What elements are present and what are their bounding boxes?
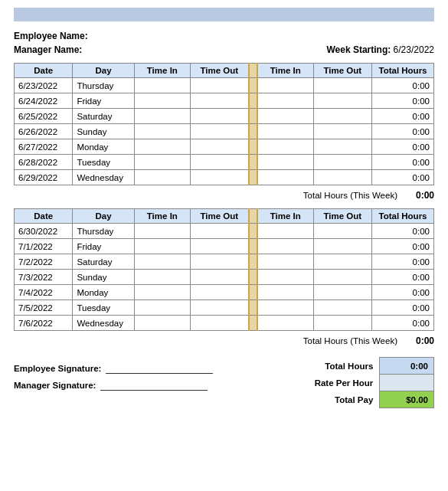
- summary-totalhours-value: 0:00: [380, 358, 434, 375]
- cell-timein: [134, 224, 190, 239]
- table-row: 6/29/2022 Wednesday 0:00: [15, 170, 434, 185]
- cell-date: 6/29/2022: [15, 170, 73, 185]
- cell-timein: [134, 316, 190, 331]
- cell-date: 6/26/2022: [15, 124, 73, 139]
- table-row: 6/26/2022 Sunday 0:00: [15, 124, 434, 139]
- cell-date: 7/1/2022: [15, 239, 73, 254]
- cell-totalhours: 0:00: [371, 124, 433, 139]
- cell-timein2: [257, 270, 313, 285]
- cell-divider: [249, 93, 257, 109]
- col-header-timeout-2: Time Out: [190, 209, 248, 224]
- cell-divider: [249, 300, 257, 316]
- cell-date: 6/24/2022: [15, 93, 73, 109]
- cell-timein2: [257, 93, 313, 109]
- col-header-date-1: Date: [15, 64, 73, 78]
- cell-day: Thursday: [73, 78, 134, 93]
- col-header-totalhours-1: Total Hours: [371, 64, 433, 78]
- cell-date: 7/2/2022: [15, 254, 73, 270]
- cell-timeout2: [313, 124, 371, 139]
- cell-timeout: [190, 139, 248, 155]
- col-header-timein-1: Time In: [134, 64, 190, 78]
- cell-divider: [249, 124, 257, 139]
- cell-timeout2: [313, 93, 371, 109]
- cell-timein2: [257, 139, 313, 155]
- col-header-day-1: Day: [73, 64, 134, 78]
- table-row: 7/1/2022 Friday 0:00: [15, 239, 434, 254]
- cell-timeout: [190, 254, 248, 270]
- cell-timein: [134, 124, 190, 139]
- table-row: 7/5/2022 Tuesday 0:00: [15, 300, 434, 316]
- cell-timein2: [257, 124, 313, 139]
- cell-timeout2: [313, 155, 371, 170]
- cell-totalhours: 0:00: [371, 316, 433, 331]
- col-header-timeout2-2: Time Out: [313, 209, 371, 224]
- cell-divider: [249, 254, 257, 270]
- cell-timeout: [190, 285, 248, 300]
- summary-rateperhour-row: Rate Per Hour: [266, 375, 434, 391]
- week-starting: Week Starting: 6/23/2022: [326, 44, 434, 55]
- cell-timein: [134, 109, 190, 124]
- col-header-timeout2-1: Time Out: [313, 64, 371, 78]
- cell-date: 6/30/2022: [15, 224, 73, 239]
- table1-total-row: Total Hours (This Week) 0:00: [14, 190, 434, 201]
- cell-timeout: [190, 155, 248, 170]
- cell-timeout: [190, 93, 248, 109]
- summary-rateperhour-value: [380, 375, 434, 391]
- manager-sig-row: Manager Signature:: [14, 380, 213, 391]
- table2-total-label: Total Hours (This Week): [303, 336, 397, 345]
- cell-timeout: [190, 109, 248, 124]
- cell-timeout: [190, 316, 248, 331]
- cell-day: Saturday: [73, 254, 134, 270]
- table1-total-label: Total Hours (This Week): [303, 191, 397, 200]
- cell-totalhours: 0:00: [371, 285, 433, 300]
- employee-sig-line: [106, 363, 213, 374]
- cell-timeout2: [313, 109, 371, 124]
- col-header-timein2-1: Time In: [257, 64, 313, 78]
- header-section: Employee Name: Manager Name: Week Starti…: [14, 31, 434, 55]
- col-header-day-2: Day: [73, 209, 134, 224]
- bottom-area: Employee Signature: Manager Signature: T…: [14, 357, 434, 413]
- manager-sig-label: Manager Signature:: [14, 381, 96, 390]
- cell-totalhours: 0:00: [371, 139, 433, 155]
- cell-timeout2: [313, 316, 371, 331]
- cell-timeout: [190, 124, 248, 139]
- cell-totalhours: 0:00: [371, 155, 433, 170]
- cell-day: Monday: [73, 285, 134, 300]
- cell-divider: [249, 239, 257, 254]
- cell-timeout2: [313, 285, 371, 300]
- cell-divider: [249, 270, 257, 285]
- cell-divider: [249, 139, 257, 155]
- cell-timein2: [257, 254, 313, 270]
- table1-total-value: 0:00: [404, 190, 434, 201]
- col-header-date-2: Date: [15, 209, 73, 224]
- cell-timein: [134, 78, 190, 93]
- cell-timein: [134, 270, 190, 285]
- cell-timeout: [190, 239, 248, 254]
- cell-timein: [134, 239, 190, 254]
- cell-divider: [249, 224, 257, 239]
- cell-timeout: [190, 300, 248, 316]
- summary-totalhours-row: Total Hours 0:00: [266, 358, 434, 375]
- manager-name-label: Manager Name:: [14, 44, 82, 55]
- table-row: 7/6/2022 Wednesday 0:00: [15, 316, 434, 331]
- cell-date: 7/4/2022: [15, 285, 73, 300]
- cell-day: Tuesday: [73, 155, 134, 170]
- col-header-timeout-1: Time Out: [190, 64, 248, 78]
- summary-rateperhour-label: Rate Per Hour: [266, 375, 380, 391]
- table-row: 6/28/2022 Tuesday 0:00: [15, 155, 434, 170]
- cell-divider: [249, 316, 257, 331]
- cell-totalhours: 0:00: [371, 254, 433, 270]
- cell-timein: [134, 254, 190, 270]
- cell-timein2: [257, 239, 313, 254]
- signatures-section: Employee Signature: Manager Signature:: [14, 363, 213, 391]
- cell-timeout: [190, 270, 248, 285]
- table-row: 6/23/2022 Thursday 0:00: [15, 78, 434, 93]
- cell-timein: [134, 155, 190, 170]
- cell-timeout2: [313, 300, 371, 316]
- cell-totalhours: 0:00: [371, 270, 433, 285]
- cell-date: 7/3/2022: [15, 270, 73, 285]
- cell-timein2: [257, 170, 313, 185]
- cell-timein: [134, 93, 190, 109]
- cell-date: 6/23/2022: [15, 78, 73, 93]
- cell-timein: [134, 139, 190, 155]
